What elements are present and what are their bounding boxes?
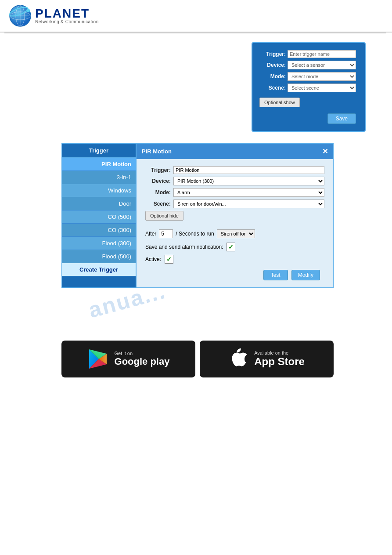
test-button[interactable]: Test — [263, 270, 288, 280]
watermark-text: anua... — [86, 292, 169, 323]
sidebar-item-3in1[interactable]: 3-in-1 — [62, 171, 136, 184]
device-label: Device: — [259, 62, 286, 68]
after-input[interactable] — [159, 229, 173, 238]
google-play-small-text: Get it on — [115, 351, 170, 356]
apple-store-big-text: App Store — [254, 355, 305, 368]
modify-button[interactable]: Modify — [291, 270, 320, 280]
pir-device-select[interactable]: PIR Motion (300) — [173, 177, 324, 185]
pir-panel-header: PIR Motion ✕ — [137, 144, 333, 159]
pir-panel-title: PIR Motion — [142, 148, 172, 155]
apple-store-badge[interactable]: Available on the App Store — [200, 341, 334, 377]
trigger-form-panel: Trigger: Device: Select a sensor Mode: S… — [252, 42, 366, 132]
google-play-badge[interactable]: Get it on Google play — [61, 341, 195, 377]
notification-row: Save and send alarm notification: ✓ — [145, 243, 324, 251]
sidebar-item-pir-motion[interactable]: PIR Motion — [62, 158, 136, 171]
seconds-label: / Seconds to run — [176, 231, 214, 237]
trigger-label: Trigger: — [259, 51, 286, 57]
bottom-buttons: Test Modify — [145, 270, 324, 280]
device-select[interactable]: Select a sensor — [288, 61, 356, 69]
sidebar-item-co300[interactable]: CO (300) — [62, 224, 136, 237]
header: PLANET Networking & Communication — [0, 0, 392, 33]
pir-trigger-label: Trigger: — [145, 167, 171, 173]
pir-trigger-input[interactable] — [173, 166, 324, 174]
after-row: After / Seconds to run Siren off for — [145, 229, 324, 238]
company-name: PLANET — [35, 7, 99, 20]
active-checkmark: ✓ — [166, 256, 172, 263]
svg-point-6 — [26, 9, 30, 12]
sidebar-item-door[interactable]: Door — [62, 197, 136, 210]
sidebar-item-flood500[interactable]: Flood (500) — [62, 250, 136, 263]
trigger-input[interactable] — [288, 50, 356, 58]
pir-trigger-row: Trigger: — [145, 166, 324, 174]
mode-select[interactable]: Select mode — [288, 72, 356, 81]
pir-motion-panel: PIR Motion ✕ Trigger: Device: PIR Motion… — [136, 143, 334, 288]
siren-select[interactable]: Siren off for — [217, 229, 255, 238]
optional-show-button[interactable]: Optional show — [259, 98, 300, 107]
save-area: Save — [259, 113, 356, 124]
notification-label: Save and send alarm notification: — [145, 244, 223, 250]
active-row: Active: ✓ — [145, 255, 324, 264]
device-row: Device: Select a sensor — [259, 61, 356, 69]
pir-scene-label: Scene: — [145, 201, 171, 207]
logo: PLANET Networking & Communication — [9, 4, 99, 27]
apple-store-small-text: Available on the — [254, 350, 305, 355]
after-label: After — [145, 231, 156, 237]
active-checkbox[interactable]: ✓ — [165, 255, 173, 264]
sidebar-item-co500[interactable]: CO (500) — [62, 210, 136, 224]
pir-scene-select[interactable]: Siren on for door/win... — [173, 200, 324, 208]
trigger-row: Trigger: — [259, 50, 356, 58]
save-button[interactable]: Save — [327, 113, 356, 124]
scene-row: Scene: Select scene — [259, 83, 356, 92]
pir-mode-row: Mode: Alarm — [145, 188, 324, 197]
optional-hide-area: Optional hide — [145, 211, 324, 225]
pir-device-row: Device: PIR Motion (300) — [145, 177, 324, 185]
mode-row: Mode: Select mode — [259, 72, 356, 81]
apple-logo-icon — [229, 348, 248, 370]
google-play-big-text: Google play — [115, 356, 170, 367]
sidebar-item-create-trigger[interactable]: Create Trigger — [62, 263, 136, 276]
pir-scene-row: Scene: Siren on for door/win... — [145, 200, 324, 208]
optional-hide-button[interactable]: Optional hide — [145, 211, 183, 221]
sidebar: Trigger PIR Motion 3-in-1 Windows Door C… — [61, 143, 136, 288]
top-panel-area: Trigger: Device: Select a sensor Mode: S… — [0, 33, 392, 134]
optional-show-area: Optional show — [259, 95, 356, 107]
notification-checkbox[interactable]: ✓ — [227, 243, 235, 251]
google-play-text: Get it on Google play — [115, 351, 170, 367]
pir-mode-select[interactable]: Alarm — [173, 188, 324, 197]
mode-label: Mode: — [259, 73, 286, 80]
company-tagline: Networking & Communication — [35, 20, 99, 24]
scene-select[interactable]: Select scene — [288, 83, 356, 92]
sidebar-item-windows[interactable]: Windows — [62, 184, 136, 197]
apple-store-text: Available on the App Store — [254, 350, 305, 368]
scene-label: Scene: — [259, 85, 286, 91]
main-section: Trigger PIR Motion 3-in-1 Windows Door C… — [61, 143, 334, 288]
planet-logo-icon — [9, 4, 32, 27]
active-label: Active: — [145, 256, 161, 262]
logo-text: PLANET Networking & Communication — [35, 7, 99, 24]
pir-close-button[interactable]: ✕ — [322, 147, 328, 156]
app-badges: Get it on Google play Available on the A… — [61, 341, 334, 377]
watermark-area: anua... — [0, 292, 392, 327]
pir-device-label: Device: — [145, 178, 171, 184]
notification-checkmark: ✓ — [228, 243, 234, 250]
sidebar-item-flood300[interactable]: Flood (300) — [62, 237, 136, 250]
google-play-icon — [87, 348, 108, 370]
sidebar-header: Trigger — [62, 144, 136, 158]
pir-mode-label: Mode: — [145, 189, 171, 196]
pir-content: Trigger: Device: PIR Motion (300) Mode: … — [137, 159, 333, 287]
